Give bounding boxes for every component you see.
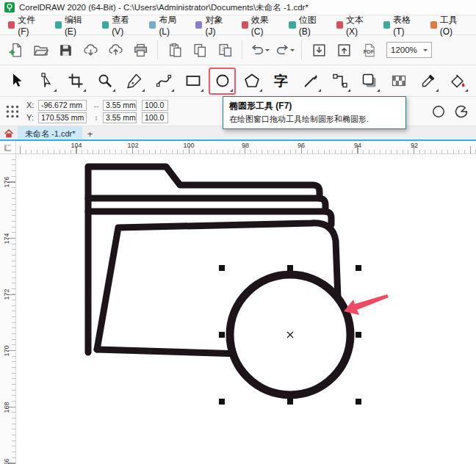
y-position-input[interactable]: 170.535 mm xyxy=(38,112,87,123)
print-button[interactable] xyxy=(129,38,152,62)
menu-item-bitmaps[interactable]: 位图(B) xyxy=(284,12,331,39)
menu-item-icon xyxy=(289,21,295,29)
undo-button[interactable] xyxy=(248,38,271,62)
menu-item-layout[interactable]: 布局(L) xyxy=(144,12,190,39)
connector-tool[interactable] xyxy=(326,68,353,95)
pick-tool[interactable] xyxy=(3,68,30,95)
menu-item-icon xyxy=(8,21,15,29)
paste-button[interactable] xyxy=(163,38,187,62)
export-button[interactable] xyxy=(332,38,356,62)
zoom-level-combo[interactable]: 1200% xyxy=(386,42,432,58)
flyout-indicator-icon xyxy=(465,89,468,92)
ruler-label: 172 xyxy=(3,289,10,300)
duplicate-button[interactable] xyxy=(213,38,237,62)
menu-item-effects[interactable]: 效果(C) xyxy=(237,12,284,39)
menu-item-icon xyxy=(383,21,390,29)
flyout-indicator-icon xyxy=(112,89,115,92)
rectangle-tool[interactable] xyxy=(179,68,206,95)
flyout-indicator-icon xyxy=(377,89,380,92)
y-label: Y: xyxy=(26,113,36,122)
flyout-indicator-icon xyxy=(318,89,321,92)
ruler-label: 94 xyxy=(354,142,361,149)
menu-item-icon xyxy=(149,21,156,29)
selection-handle[interactable] xyxy=(287,265,293,271)
svg-text:PDF: PDF xyxy=(363,48,374,54)
menu-item-tools[interactable]: 工具(O) xyxy=(425,12,473,39)
new-tab-button[interactable]: + xyxy=(82,126,97,141)
toolbar-separator xyxy=(157,40,158,59)
document-tab[interactable]: 未命名 -1.cdr* xyxy=(18,126,82,141)
object-width-input[interactable]: 3.55 mm xyxy=(103,100,137,111)
scale-horizontal-input[interactable]: 100.0 xyxy=(142,100,168,111)
flyout-indicator-icon xyxy=(347,89,350,92)
x-position-input[interactable]: -96.672 mm xyxy=(38,100,87,111)
pie-mode-button[interactable] xyxy=(452,102,471,121)
copy-button[interactable] xyxy=(188,38,212,62)
tooltip-body: 在绘图窗口拖动工具绘制圆形和椭圆形. xyxy=(229,114,400,125)
redo-button[interactable] xyxy=(273,38,296,62)
selection-handle[interactable] xyxy=(356,332,361,338)
selection-handle[interactable] xyxy=(219,399,225,405)
toolbar-separator xyxy=(301,40,302,59)
scale-vertical-input[interactable]: 100.0 xyxy=(142,112,168,123)
import-button[interactable] xyxy=(307,38,331,62)
object-height-icon: ↕ xyxy=(92,114,101,122)
toolbox: 字 xyxy=(0,65,476,97)
ellipse-tool[interactable] xyxy=(209,68,236,95)
ruler-label: 166 xyxy=(3,458,10,464)
cloud-upload-button[interactable] xyxy=(104,38,127,62)
line-tool[interactable] xyxy=(297,68,324,95)
selection-handle[interactable] xyxy=(356,399,361,405)
menu-item-label: 编辑(E) xyxy=(65,14,92,37)
ruler-label: 170 xyxy=(3,345,10,356)
menu-item-object[interactable]: 对象(J) xyxy=(190,12,236,39)
shape-tool[interactable] xyxy=(32,68,60,95)
drop-shadow-tool[interactable] xyxy=(356,68,383,95)
new-document-button[interactable] xyxy=(4,38,27,62)
save-button[interactable] xyxy=(54,38,77,62)
menu-item-icon xyxy=(336,21,343,29)
flyout-indicator-icon xyxy=(436,89,439,92)
object-position-grid-icon xyxy=(4,103,21,120)
freehand-tool[interactable] xyxy=(120,68,148,95)
menu-item-edit[interactable]: 编辑(E) xyxy=(50,12,97,39)
crop-tool[interactable] xyxy=(62,68,89,95)
menu-item-view[interactable]: 查看(V) xyxy=(97,12,144,39)
selection-handle[interactable] xyxy=(356,265,361,271)
menu-item-table[interactable]: 表格(T) xyxy=(378,12,425,39)
flyout-indicator-icon xyxy=(230,89,233,92)
horizontal-ruler[interactable]: 10410210098969492 xyxy=(0,141,476,154)
fill-tool[interactable] xyxy=(444,68,471,95)
ellipse-mode-button[interactable] xyxy=(429,102,448,121)
welcome-home-icon[interactable] xyxy=(0,126,18,141)
open-folder-button[interactable] xyxy=(29,38,52,62)
menu-item-text[interactable]: 文本(X) xyxy=(331,12,378,39)
ruler-label: 98 xyxy=(242,142,249,149)
menu-item-icon xyxy=(242,21,248,29)
ellipse-tool-tooltip: 椭圆形工具 (F7) 在绘图窗口拖动工具绘制圆形和椭圆形. xyxy=(223,96,406,129)
menu-item-label: 文本(X) xyxy=(346,14,373,37)
ruler-origin-icon[interactable] xyxy=(0,141,16,154)
eyedropper-tool[interactable] xyxy=(414,68,441,95)
standard-toolbar: PDF1200% xyxy=(0,35,476,65)
drawing-canvas[interactable] xyxy=(16,154,476,464)
cloud-download-button[interactable] xyxy=(79,38,102,62)
zoom-tool[interactable] xyxy=(91,68,118,95)
menu-item-file[interactable]: 文件(F) xyxy=(3,12,50,39)
vertical-ruler[interactable]: 176174172170168166 xyxy=(0,154,16,464)
menu-item-icon xyxy=(55,21,62,29)
flyout-indicator-icon xyxy=(83,89,86,92)
selection-handle[interactable] xyxy=(219,332,225,338)
pdf-button[interactable]: PDF xyxy=(357,38,381,62)
polygon-tool[interactable] xyxy=(238,68,265,95)
selection-handle[interactable] xyxy=(219,265,225,271)
text-tool[interactable]: 字 xyxy=(267,68,295,95)
selection-handle[interactable] xyxy=(287,399,293,405)
folder-artwork-path[interactable] xyxy=(97,349,241,354)
bezier-tool[interactable] xyxy=(150,68,177,95)
flyout-indicator-icon xyxy=(54,89,57,92)
object-height-input[interactable]: 3.55 mm xyxy=(103,112,137,123)
transparency-tool[interactable] xyxy=(385,68,412,95)
artwork-layer xyxy=(16,154,476,464)
vertical-ruler-major-ticks xyxy=(8,154,15,464)
